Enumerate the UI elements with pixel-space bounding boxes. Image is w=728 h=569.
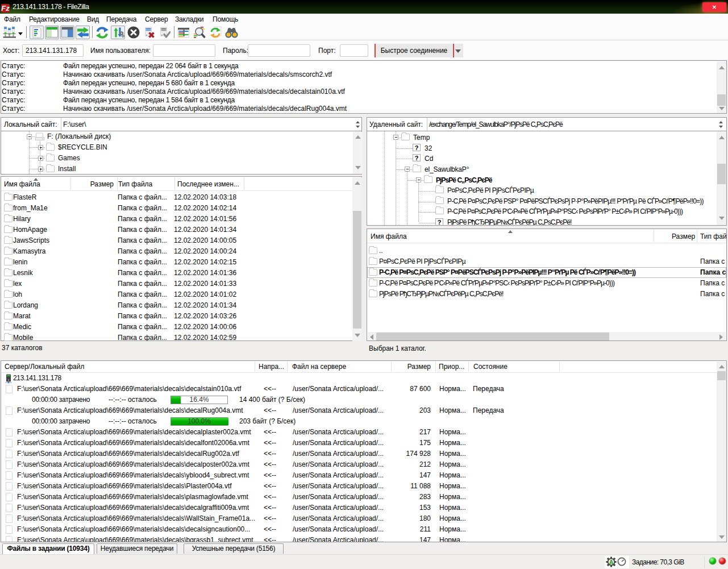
svg-text:A: A <box>609 559 614 566</box>
